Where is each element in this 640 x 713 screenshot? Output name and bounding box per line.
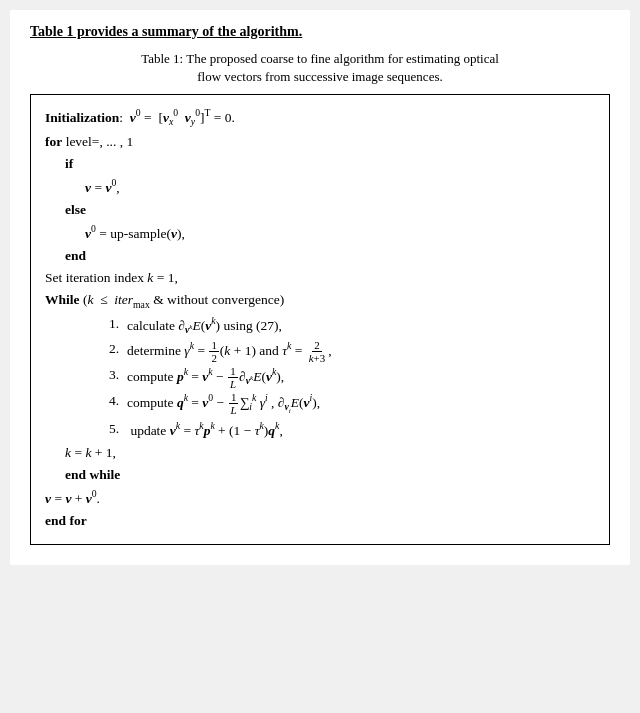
step2-line: 2. determine γk = 12(k + 1) and τk = 2k+… <box>45 338 595 364</box>
k-inc-line: k = k + 1, <box>45 442 595 464</box>
table-caption: Table 1: The proposed coarse to fine alg… <box>30 50 610 86</box>
init-line: Initialization: v0 = [vx0 vy0]T = 0. <box>45 105 595 130</box>
for-line: for level=, ... , 1 <box>45 131 595 153</box>
intro-text: Table 1 provides a summary of the algori… <box>30 24 610 40</box>
upsample-line: v0 = up-sample(v), <box>45 221 595 245</box>
if-line: if <box>45 153 595 175</box>
step3-line: 3. compute pk = vk − 1L∂vkE(vk), <box>45 364 595 390</box>
v-eq-v0-line: v = v0, <box>45 175 595 199</box>
step1-line: 1. calculate ∂vkE(vk) using (27), <box>45 313 595 338</box>
algorithm-box: Initialization: v0 = [vx0 vy0]T = 0. for… <box>30 94 610 545</box>
step4-line: 4. compute qk = v0 − 1L∑ik γi , ∂viE(vi)… <box>45 390 595 418</box>
end-for-line: end for <box>45 510 595 532</box>
step5-line: 5. update vk = τkpk + (1 − τk)qk, <box>45 418 595 442</box>
else-line: else <box>45 199 595 221</box>
page-container: Table 1 provides a summary of the algori… <box>10 10 630 565</box>
v-update-line: v = v + v0. <box>45 486 595 510</box>
set-iter-line: Set iteration index k = 1, <box>45 267 595 289</box>
end-while-line: end while <box>45 464 595 486</box>
while-line: While (k ≤ itermax & without convergence… <box>45 289 595 313</box>
end-if-line: end <box>45 245 595 267</box>
